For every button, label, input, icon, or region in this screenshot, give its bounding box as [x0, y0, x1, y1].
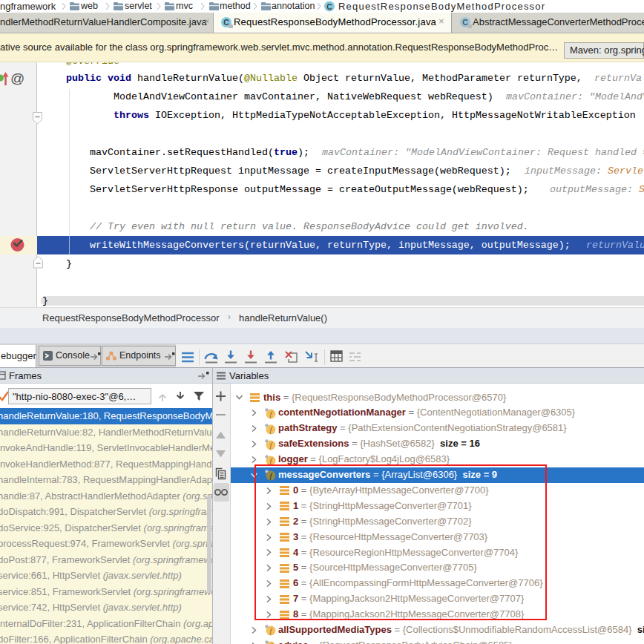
svg-text:C: C [326, 2, 332, 11]
